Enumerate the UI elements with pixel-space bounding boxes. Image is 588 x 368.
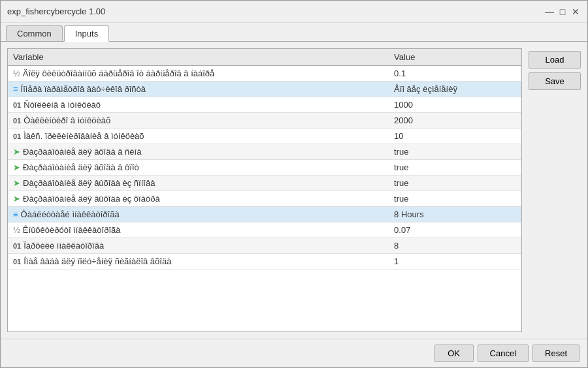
table-row: ➤Ðàçðàáîòàíèå äëÿ âûõîäà èç ñïíîâàtrue xyxy=(8,176,521,191)
variable-cell: ≡Íîìåðà ïàðàìåòðîâ äàò÷èêîâ ðîñòà xyxy=(8,82,389,97)
01-icon: 01 xyxy=(13,101,21,109)
arrow-green-icon: ➤ xyxy=(13,147,20,157)
maximize-button[interactable]: □ xyxy=(557,7,568,17)
variable-cell: 01Íìàå âàáà äëÿ ïîëó÷åíèÿ ñèãíàëîâ âõîäà xyxy=(8,254,389,269)
tab-common[interactable]: Common xyxy=(6,25,63,41)
table-area: Variable Value ½Äîëÿ ôèëüòðîâàííûõ áàðüå… xyxy=(7,48,522,332)
table-row: ½Äîëÿ ôèëüòðîâàííûõ áàðüåðîâ îò áàðüåðîâ… xyxy=(8,66,521,82)
stack-icon: ≡ xyxy=(13,84,18,94)
variable-cell: ≡Òàáëéòòàåé ìíàêêàòîðîãà xyxy=(8,207,389,222)
half-icon: ½ xyxy=(13,225,20,235)
variable-cell: ➤Ðàçðàáîòàíèå äëÿ âõîäà â ñèíà xyxy=(8,144,389,160)
value-cell: 1000 xyxy=(389,97,521,113)
value-cell: 10 xyxy=(389,129,521,144)
value-cell: true xyxy=(389,191,521,207)
stack-icon: ≡ xyxy=(13,209,18,219)
close-button[interactable]: ✕ xyxy=(570,7,581,17)
value-cell: 2000 xyxy=(389,113,521,129)
value-cell: Åïî âåç èçìåíåíèÿ xyxy=(389,82,521,97)
ok-button[interactable]: OK xyxy=(434,345,474,362)
table-row: ≡Òàáëéòòàåé ìíàêêàòîðîãà8 Hours xyxy=(8,207,521,222)
arrow-green-icon: ➤ xyxy=(13,162,20,172)
window-title: exp_fishercybercycle 1.00 xyxy=(7,7,105,16)
01-icon: 01 xyxy=(13,258,21,266)
variable-cell: 01Ìàêñ. ïðèëèíèðîâàíèå â ìóíêöèàõ xyxy=(8,129,389,144)
variable-cell: 01Ïàðôèëè ìíàêêàòîðîãà xyxy=(8,238,389,254)
table-row: 01Ïàðôèëè ìíàêêàòîðîãà8 xyxy=(8,238,521,254)
save-button[interactable]: Save xyxy=(529,72,581,90)
variable-cell: ½Äîëÿ ôèëüòðîâàííûõ áàðüåðîâ îò áàðüåðîâ… xyxy=(8,66,389,82)
reset-button[interactable]: Reset xyxy=(532,345,580,362)
table-row: ➤Ðàçðàáîòàíèå äëÿ âûõîäà èç ôïàòðàtrue xyxy=(8,191,521,207)
variable-cell: ➤Ðàçðàáîòàíèå äëÿ âûõîäà èç ôïàòðà xyxy=(8,191,389,207)
tabs-bar: Common Inputs xyxy=(1,23,587,42)
table-row: 01Ñòîëëèíã â ìóíêöèàõ1000 xyxy=(8,97,521,113)
cancel-button[interactable]: Cancel xyxy=(478,345,529,362)
table-row: ½Êíûôêòèðóòî ìíàêêàòîðîãà0.07 xyxy=(8,222,521,238)
variable-cell: ½Êíûôêòèðóòî ìíàêêàòîðîãà xyxy=(8,222,389,238)
arrow-green-icon: ➤ xyxy=(13,194,20,204)
side-buttons: Load Save xyxy=(529,48,581,332)
table-row: 01Òàêëèíòèðî â ìóíêöèàõ2000 xyxy=(8,113,521,129)
tab-inputs[interactable]: Inputs xyxy=(64,25,109,42)
minimize-button[interactable]: ― xyxy=(544,7,555,17)
value-cell: 8 Hours xyxy=(389,207,521,222)
load-button[interactable]: Load xyxy=(529,51,581,69)
table-row: ➤Ðàçðàáîòàíèå äëÿ âõîäà â ôïîòtrue xyxy=(8,160,521,176)
value-cell: true xyxy=(389,144,521,160)
half-icon: ½ xyxy=(13,69,20,78)
main-content: Variable Value ½Äîëÿ ôèëüòðîâàííûõ áàðüå… xyxy=(1,42,587,339)
01-icon: 01 xyxy=(13,132,21,140)
parameters-table: Variable Value ½Äîëÿ ôèëüòðîâàííûõ áàðüå… xyxy=(8,49,521,269)
footer: OK Cancel Reset xyxy=(1,339,587,367)
variable-cell: 01Òàêëèíòèðî â ìóíêöèàõ xyxy=(8,113,389,129)
01-icon: 01 xyxy=(13,117,21,125)
table-row: ➤Ðàçðàáîòàíèå äëÿ âõîäà â ñèíàtrue xyxy=(8,144,521,160)
variable-cell: ➤Ðàçðàáîòàíèå äëÿ âûõîäà èç ñïíîâà xyxy=(8,176,389,191)
main-window: exp_fishercybercycle 1.00 ― □ ✕ Common I… xyxy=(0,0,588,368)
column-header-value: Value xyxy=(389,49,521,66)
value-cell: true xyxy=(389,160,521,176)
value-cell: true xyxy=(389,176,521,191)
table-row: 01Ìàêñ. ïðèëèíèðîâàíèå â ìóíêöèàõ10 xyxy=(8,129,521,144)
variable-cell: 01Ñòîëëèíã â ìóíêöèàõ xyxy=(8,97,389,113)
arrow-green-icon: ➤ xyxy=(13,178,20,188)
title-bar: exp_fishercybercycle 1.00 ― □ ✕ xyxy=(1,1,587,23)
table-row: 01Íìàå âàáà äëÿ ïîëó÷åíèÿ ñèãíàëîâ âõîäà… xyxy=(8,254,521,269)
value-cell: 1 xyxy=(389,254,521,269)
column-header-variable: Variable xyxy=(8,49,389,66)
variable-cell: ➤Ðàçðàáîòàíèå äëÿ âõîäà â ôïîò xyxy=(8,160,389,176)
table-row: ≡Íîìåðà ïàðàìåòðîâ äàò÷èêîâ ðîñòàÅïî âåç… xyxy=(8,82,521,97)
01-icon: 01 xyxy=(13,242,21,250)
window-controls: ― □ ✕ xyxy=(544,7,581,17)
value-cell: 0.1 xyxy=(389,66,521,82)
value-cell: 8 xyxy=(389,238,521,254)
value-cell: 0.07 xyxy=(389,222,521,238)
